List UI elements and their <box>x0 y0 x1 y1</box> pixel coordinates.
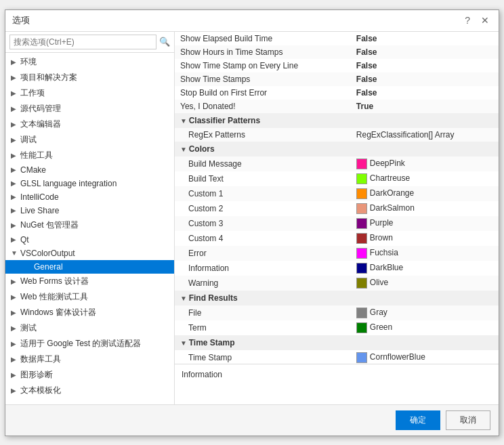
tree-label-texteditor: 文本编辑器 <box>20 119 61 130</box>
tree-label-windesigner: Windows 窗体设计器 <box>20 307 96 318</box>
option-value-bold-2: False <box>356 61 377 70</box>
tree-list: ▶环境▶项目和解决方案▶工作项▶源代码管理▶文本编辑器▶调试▶性能工具▶CMak… <box>5 53 174 404</box>
option-row-18[interactable]: ▼ Find Results <box>175 291 499 305</box>
tree-arrow-test: ▶ <box>11 324 20 332</box>
option-value-7: RegExClassification[] Array <box>351 128 499 142</box>
option-row-0[interactable]: Show Elapsed Build TimeFalse <box>175 32 499 45</box>
option-value-2: False <box>351 59 499 72</box>
tree-arrow-perf: ▶ <box>11 152 20 159</box>
tree-item-webperf[interactable]: ▶Web 性能测试工具 <box>5 289 174 305</box>
option-row-1[interactable]: Show Hours in Time StampsFalse <box>175 45 499 59</box>
tree-item-liveshare[interactable]: ▶Live Share <box>5 204 174 217</box>
color-swatch-20 <box>356 322 367 333</box>
option-row-4[interactable]: Stop Build on First ErrorFalse <box>175 86 499 100</box>
help-button[interactable]: ? <box>462 14 473 27</box>
option-row-3[interactable]: Show Time StampsFalse <box>175 72 499 86</box>
option-row-17[interactable]: WarningOlive <box>175 276 499 291</box>
option-label-11: Custom 1 <box>175 186 351 201</box>
option-row-5[interactable]: Yes, I Donated!True <box>175 100 499 113</box>
cancel-button[interactable]: 取消 <box>446 410 490 430</box>
color-value-11: DarkOrange <box>370 188 414 198</box>
tree-item-texteditor[interactable]: ▶文本编辑器 <box>5 116 174 132</box>
option-value-16: DarkBlue <box>351 261 499 276</box>
tree-label-test: 测试 <box>20 322 37 334</box>
tree-label-webperf: Web 性能测试工具 <box>20 291 88 303</box>
search-box: 🔍 <box>5 32 174 53</box>
option-row-15[interactable]: ErrorFuchsia <box>175 246 499 261</box>
tree-item-intellicode[interactable]: ▶IntelliCode <box>5 190 174 204</box>
options-dialog: 选项 ? ✕ 🔍 ▶环境▶项目和解决方案▶工作项▶源代码管理▶文本编辑器▶调试▶… <box>5 9 499 436</box>
tree-item-nuget[interactable]: ▶NuGet 包管理器 <box>5 217 174 233</box>
option-value-9: DeepPink <box>351 156 499 171</box>
option-row-16[interactable]: InformationDarkBlue <box>175 261 499 276</box>
option-label-16: Information <box>175 261 351 276</box>
tree-item-env[interactable]: ▶环境 <box>5 54 174 70</box>
option-label-10: Build Text <box>175 171 351 186</box>
option-value-bold-5: True <box>356 102 373 111</box>
option-row-13[interactable]: Custom 3Purple <box>175 216 499 231</box>
option-value-13: Purple <box>351 216 499 231</box>
section-toggle-21[interactable]: ▼ <box>180 339 189 347</box>
option-value-bold-0: False <box>356 34 377 43</box>
option-row-10[interactable]: Build TextChartreuse <box>175 171 499 186</box>
color-value-9: DeepPink <box>370 158 405 168</box>
section-toggle-6[interactable]: ▼ <box>180 117 189 125</box>
option-row-14[interactable]: Custom 4Brown <box>175 231 499 246</box>
option-row-22[interactable]: Time StampCornflowerBlue <box>175 350 499 364</box>
option-value-1: False <box>351 45 499 59</box>
option-row-2[interactable]: Show Time Stamp on Every LineFalse <box>175 59 499 72</box>
tree-arrow-liveshare: ▶ <box>11 207 20 214</box>
tree-arrow-source: ▶ <box>11 105 20 112</box>
option-row-19[interactable]: FileGray <box>175 305 499 320</box>
option-row-20[interactable]: TermGreen <box>175 320 499 335</box>
tree-label-perf: 性能工具 <box>20 150 53 161</box>
section-label-18: Find Results <box>189 293 238 303</box>
option-value-19: Gray <box>351 305 499 320</box>
tree-item-test[interactable]: ▶测试 <box>5 320 174 336</box>
tree-item-dbtools[interactable]: ▶数据库工具 <box>5 352 174 367</box>
section-header-8: ▼ Colors <box>175 142 499 156</box>
close-button[interactable]: ✕ <box>478 14 492 27</box>
section-header-18: ▼ Find Results <box>175 291 499 305</box>
option-row-21[interactable]: ▼ Time Stamp <box>175 335 499 350</box>
color-swatch-12 <box>356 203 367 214</box>
tree-item-graphdiag[interactable]: ▶图形诊断 <box>5 367 174 383</box>
tree-arrow-vscoloroutput: ▼ <box>11 249 20 257</box>
tree-arrow-projects: ▶ <box>11 74 20 81</box>
tree-item-texttemplate[interactable]: ▶文本模板化 <box>5 383 174 398</box>
tree-label-liveshare: Live Share <box>20 206 59 215</box>
tree-label-googletest: 适用于 Google Test 的测试适配器 <box>20 338 142 349</box>
tree-label-work: 工作项 <box>20 87 45 99</box>
tree-arrow-qt: ▶ <box>11 236 20 243</box>
option-value-5: True <box>351 100 499 113</box>
tree-arrow-work: ▶ <box>11 89 20 97</box>
option-row-12[interactable]: Custom 2DarkSalmon <box>175 201 499 216</box>
option-row-8[interactable]: ▼ Colors <box>175 142 499 156</box>
tree-label-webforms: Web Forms 设计器 <box>20 276 89 287</box>
tree-label-projects: 项目和解决方案 <box>20 72 77 83</box>
section-toggle-18[interactable]: ▼ <box>180 295 189 302</box>
option-row-7[interactable]: RegEx PatternsRegExClassification[] Arra… <box>175 128 499 142</box>
option-row-6[interactable]: ▼ Classifier Patterns <box>175 113 499 128</box>
tree-item-webforms[interactable]: ▶Web Forms 设计器 <box>5 274 174 289</box>
tree-arrow-nuget: ▶ <box>11 221 20 229</box>
tree-item-work[interactable]: ▶工作项 <box>5 85 174 101</box>
section-toggle-8[interactable]: ▼ <box>180 146 189 153</box>
info-panel: Information <box>175 364 499 404</box>
tree-item-debug[interactable]: ▶调试 <box>5 132 174 148</box>
tree-item-cmake[interactable]: ▶CMake <box>5 163 174 177</box>
tree-item-windesigner[interactable]: ▶Windows 窗体设计器 <box>5 305 174 320</box>
section-label-6: Classifier Patterns <box>189 116 260 125</box>
tree-item-vscoloroutput[interactable]: ▼VSColorOutput <box>5 247 174 260</box>
search-input[interactable] <box>9 35 156 49</box>
tree-item-perf[interactable]: ▶性能工具 <box>5 148 174 163</box>
option-row-9[interactable]: Build MessageDeepPink <box>175 156 499 171</box>
tree-item-qt[interactable]: ▶Qt <box>5 233 174 247</box>
tree-item-glsl[interactable]: ▶GLSL language integration <box>5 177 174 190</box>
tree-item-general[interactable]: General <box>5 260 174 274</box>
tree-item-projects[interactable]: ▶项目和解决方案 <box>5 70 174 85</box>
tree-item-googletest[interactable]: ▶适用于 Google Test 的测试适配器 <box>5 336 174 352</box>
tree-item-source[interactable]: ▶源代码管理 <box>5 101 174 116</box>
ok-button[interactable]: 确定 <box>396 410 440 430</box>
option-row-11[interactable]: Custom 1DarkOrange <box>175 186 499 201</box>
